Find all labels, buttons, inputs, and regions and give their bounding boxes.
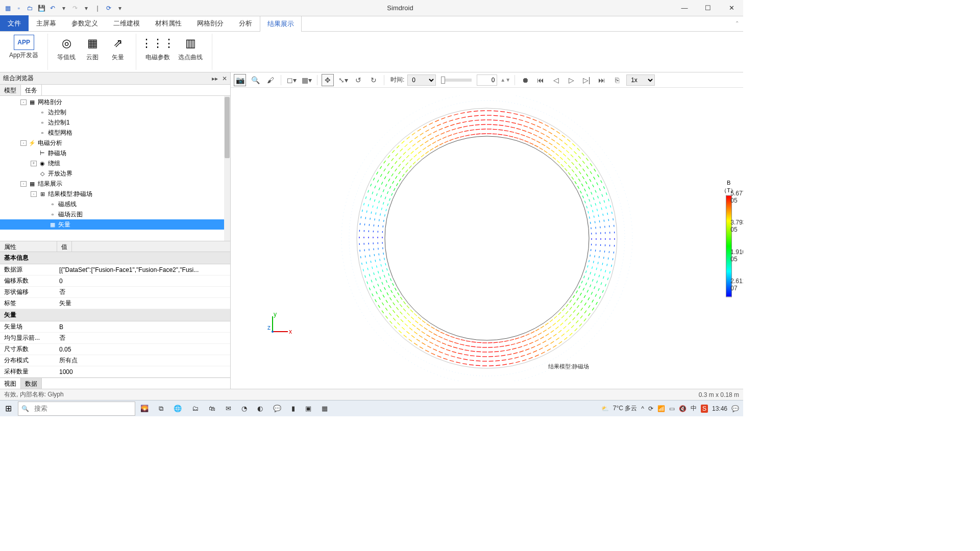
close-button[interactable]: ✕: [720, 0, 743, 16]
tree-node[interactable]: ◇开放边界: [0, 168, 230, 179]
slider-thumb[interactable]: [441, 77, 445, 84]
bottom-tab-view[interactable]: 视图: [0, 378, 21, 389]
tree-node[interactable]: ▫边控制: [0, 107, 230, 117]
tab-results[interactable]: 结果展示: [260, 16, 302, 32]
tree-node[interactable]: +◉绕组: [0, 158, 230, 168]
start-button[interactable]: ⊞: [0, 400, 17, 416]
rotate-cw-icon[interactable]: ↻: [368, 74, 380, 86]
tray-clock[interactable]: 13:46: [712, 405, 727, 412]
prop-value[interactable]: 0.05: [57, 346, 230, 353]
tree-node[interactable]: ▫磁感线: [0, 199, 230, 209]
taskbar-app1-icon[interactable]: ◔: [236, 400, 252, 416]
prop-value[interactable]: B: [57, 323, 230, 331]
tray-ime-icon[interactable]: 中: [691, 404, 697, 413]
tab-home[interactable]: 主屏幕: [29, 15, 64, 31]
bottom-tab-data[interactable]: 数据: [21, 378, 42, 389]
ribbon-contour[interactable]: ◎ 等值线: [53, 34, 80, 70]
tab-file[interactable]: 文件: [0, 15, 29, 31]
taskbar-cortana-icon[interactable]: 🌄: [135, 400, 154, 416]
tray-sync-icon[interactable]: ⟳: [648, 405, 653, 412]
tree-node[interactable]: ▫磁场云图: [0, 209, 230, 219]
play-icon[interactable]: ▷: [565, 74, 577, 86]
next-icon[interactable]: ▷|: [580, 74, 593, 86]
tray-battery-icon[interactable]: ▭: [669, 405, 675, 412]
tray-wifi-icon[interactable]: 📶: [657, 405, 665, 412]
props-row[interactable]: 数据源[{"DataSet":["Fusion-Face1","Fusion-F…: [0, 264, 230, 276]
tray-sogou-icon[interactable]: S: [701, 405, 708, 413]
tray-chevron-icon[interactable]: ^: [641, 405, 644, 412]
search-input[interactable]: [32, 405, 135, 412]
prop-value[interactable]: [{"DataSet":["Fusion-Face1","Fusion-Face…: [57, 266, 230, 273]
expander-icon[interactable]: -: [20, 181, 27, 187]
prop-value[interactable]: 所有点: [57, 356, 230, 365]
undo-dropdown-icon[interactable]: ▾: [59, 4, 68, 13]
magnify-icon[interactable]: 🔍: [249, 74, 261, 86]
speed-select[interactable]: 1x: [626, 74, 655, 86]
tree-node[interactable]: ▫边控制1: [0, 117, 230, 128]
camera-icon[interactable]: 📷: [234, 74, 246, 86]
model-tree[interactable]: -▦网格剖分▫边控制▫边控制1▫模型网格-⚡电磁分析⊢静磁场+◉绕组◇开放边界-…: [0, 96, 230, 241]
props-row[interactable]: 形状偏移否: [0, 287, 230, 298]
minimize-button[interactable]: —: [673, 0, 696, 16]
expander-icon[interactable]: -: [20, 99, 27, 105]
refresh-icon[interactable]: ⟳: [104, 4, 113, 13]
prop-value[interactable]: 1000: [57, 368, 230, 375]
refresh-dropdown-icon[interactable]: ▾: [115, 4, 125, 13]
props-row[interactable]: 分布模式所有点: [0, 355, 230, 366]
taskbar-mail-icon[interactable]: ✉: [220, 400, 236, 416]
tree-node[interactable]: ⊢静磁场: [0, 148, 230, 158]
expander-icon[interactable]: +: [31, 161, 37, 166]
rubik-icon[interactable]: ▦▾: [301, 74, 313, 86]
ribbon-app-dev[interactable]: APP App开发器: [5, 34, 42, 70]
canvas[interactable]: // draw colored tangential arrows around…: [231, 88, 743, 389]
panel-tab-model[interactable]: 模型: [0, 85, 21, 95]
tray-notifications-icon[interactable]: 💬: [731, 405, 739, 412]
panel-tab-tasks[interactable]: 任务: [21, 85, 42, 95]
props-row[interactable]: 采样数量1000: [0, 366, 230, 378]
tree-scrollbar[interactable]: [224, 96, 230, 241]
props-row[interactable]: 均匀显示箭...否: [0, 333, 230, 344]
tab-2d[interactable]: 二维建模: [106, 15, 148, 31]
tree-node[interactable]: ▦矢量: [0, 219, 230, 230]
open-icon[interactable]: 🗀: [26, 4, 35, 13]
tree-node[interactable]: -▦网格剖分: [0, 97, 230, 107]
export-icon[interactable]: ⎘: [611, 74, 623, 86]
prop-value[interactable]: 否: [57, 334, 230, 342]
prop-value[interactable]: 0: [57, 278, 230, 285]
scrollbar-thumb[interactable]: [225, 97, 230, 158]
taskbar-store-icon[interactable]: 🛍: [204, 400, 220, 416]
time-slider[interactable]: [441, 79, 472, 82]
first-icon[interactable]: ⏮: [534, 74, 547, 86]
taskbar-wechat-icon[interactable]: 💬: [268, 400, 286, 416]
prop-value[interactable]: 矢量: [57, 299, 230, 308]
ribbon-em-params[interactable]: ⋮⋮⋮ 电磁参数: [141, 34, 174, 70]
props-row[interactable]: 尺寸系数0.05: [0, 344, 230, 355]
prop-value[interactable]: 否: [57, 288, 230, 296]
save-icon[interactable]: 💾: [37, 4, 46, 13]
undo-icon[interactable]: ↶: [48, 4, 57, 13]
move-icon[interactable]: ✥: [322, 74, 334, 86]
taskbar-simdroid-icon[interactable]: ▦: [316, 400, 333, 416]
taskbar-edge-icon[interactable]: 🌐: [168, 400, 187, 416]
redo-icon[interactable]: ↷: [70, 4, 80, 13]
expander-icon[interactable]: -: [20, 140, 27, 146]
weather-text[interactable]: 7°C 多云: [613, 404, 637, 413]
tab-mesh[interactable]: 网格剖分: [189, 15, 231, 31]
time-select[interactable]: 0: [407, 74, 436, 86]
tab-params[interactable]: 参数定义: [64, 15, 106, 31]
props-row[interactable]: 矢量场B: [0, 321, 230, 333]
tab-analysis[interactable]: 分析: [231, 15, 260, 31]
props-row[interactable]: 偏移系数0: [0, 276, 230, 287]
tree-node[interactable]: -⊞结果模型:静磁场: [0, 189, 230, 199]
tree-node[interactable]: -⚡电磁分析: [0, 138, 230, 148]
taskbar-taskview-icon[interactable]: ⧉: [154, 400, 168, 416]
rotate-ccw-icon[interactable]: ↺: [352, 74, 364, 86]
ribbon-vector[interactable]: ⇗ 矢量: [105, 34, 131, 70]
tray-volume-icon[interactable]: 🔇: [679, 405, 687, 412]
tree-node[interactable]: -▦结果展示: [0, 179, 230, 189]
brush-icon[interactable]: 🖌: [264, 74, 277, 86]
ribbon-cloud[interactable]: ▦ 云图: [80, 34, 105, 70]
panel-close-icon[interactable]: ✕: [222, 75, 227, 82]
last-icon[interactable]: ⏭: [596, 74, 608, 86]
maximize-button[interactable]: ☐: [696, 0, 720, 16]
